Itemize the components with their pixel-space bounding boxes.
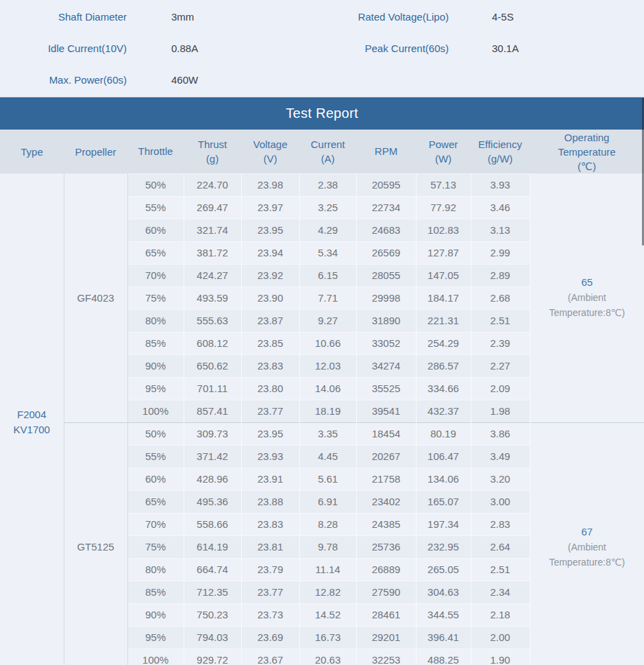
table-cell: 304.63	[416, 581, 471, 603]
table-cell: 90%	[127, 603, 184, 626]
table-cell: 488.25	[416, 649, 471, 665]
table-cell: 232.95	[416, 535, 471, 558]
table-cell: 7.71	[299, 287, 356, 309]
table-cell: 2.51	[471, 309, 530, 332]
table-cell: 5.61	[299, 468, 356, 490]
table-cell: 371.42	[184, 445, 241, 468]
column-header-line: (V)	[241, 152, 299, 166]
table-cell: 65%	[127, 241, 184, 264]
table-cell: 2.51	[471, 558, 530, 581]
table-cell: 80%	[127, 309, 184, 332]
column-header: Voltage(V)	[241, 130, 299, 173]
table-cell: 23.97	[241, 196, 299, 219]
table-cell: 286.57	[416, 354, 471, 377]
table-cell: 3.00	[471, 490, 530, 513]
table-cell: 34274	[356, 354, 416, 377]
table-cell: 2.99	[471, 241, 530, 264]
table-cell: 929.72	[184, 649, 241, 665]
table-cell: 23.77	[241, 581, 299, 603]
column-header: Type	[0, 130, 64, 173]
table-cell: 14.06	[299, 377, 356, 400]
spec-label: Idle Current(10V)	[0, 43, 127, 54]
table-cell: 55%	[127, 445, 184, 468]
table-cell: 614.19	[184, 535, 241, 558]
column-header-line: Throttle	[127, 144, 184, 158]
table-cell: 75%	[127, 535, 184, 558]
test-report-title: Test Report	[0, 97, 644, 130]
table-cell: 23.80	[241, 377, 299, 400]
column-header-line: (W)	[416, 152, 471, 166]
table-cell: 2.38	[299, 173, 356, 196]
table-cell: 396.41	[416, 626, 471, 649]
table-cell: 8.28	[299, 513, 356, 535]
column-header-line: Operating	[530, 130, 644, 145]
table-cell: 23.69	[241, 626, 299, 649]
spec-value: 3mm	[127, 11, 322, 23]
column-header: Power(W)	[416, 130, 471, 173]
table-cell: 77.92	[416, 196, 471, 219]
table-cell: 20267	[356, 445, 416, 468]
column-header-line: Thrust	[184, 137, 241, 152]
table-cell: 2.34	[471, 581, 530, 603]
table-cell: 6.15	[299, 264, 356, 287]
table-cell: 309.73	[184, 422, 241, 445]
table-cell: 27590	[356, 581, 416, 603]
spec-label: Shaft Diameter	[0, 11, 127, 23]
spec-label: Max. Power(60s)	[0, 74, 127, 86]
table-cell: 60%	[127, 468, 184, 490]
column-header-line: (g/W)	[471, 152, 530, 166]
table-cell: 23.91	[241, 468, 299, 490]
spec-row: Idle Current(10V)0.88APeak Current(60s)3…	[0, 32, 644, 64]
column-header-line: Propeller	[64, 145, 127, 159]
spec-value: 30.1A	[449, 43, 644, 54]
table-cell: 424.27	[184, 264, 241, 287]
column-header: Efficiency(g/W)	[471, 130, 530, 173]
table-cell: 65%	[127, 490, 184, 513]
table-cell: 50%	[127, 422, 184, 445]
table-cell: 2.68	[471, 287, 530, 309]
table-cell: 712.35	[184, 581, 241, 603]
table-cell: 90%	[127, 354, 184, 377]
table-cell: 857.41	[184, 400, 241, 422]
table-cell: 5.34	[299, 241, 356, 264]
table-cell: 2.18	[471, 603, 530, 626]
table-cell: 381.72	[184, 241, 241, 264]
table-cell: 650.62	[184, 354, 241, 377]
table-cell: 197.34	[416, 513, 471, 535]
table-cell: 35525	[356, 377, 416, 400]
table-cell: 2.00	[471, 626, 530, 649]
table-cell: 18454	[356, 422, 416, 445]
table-cell: 21758	[356, 468, 416, 490]
table-cell: 31890	[356, 309, 416, 332]
table-cell: 24385	[356, 513, 416, 535]
table-cell: 55%	[127, 196, 184, 219]
table-cell: 321.74	[184, 219, 241, 241]
table-cell: 608.12	[184, 332, 241, 354]
test-report-table: TypePropellerThrottleThrust(g)Voltage(V)…	[0, 130, 644, 665]
table-cell: 23.67	[241, 649, 299, 665]
table-cell: 2.89	[471, 264, 530, 287]
table-cell: 23.81	[241, 535, 299, 558]
table-cell: 60%	[127, 219, 184, 241]
table-cell: 3.13	[471, 219, 530, 241]
column-header: OperatingTemperature(℃)	[530, 130, 644, 173]
table-cell: 39541	[356, 400, 416, 422]
table-cell: 102.83	[416, 219, 471, 241]
table-cell: 3.86	[471, 422, 530, 445]
column-header-line: (g)	[184, 152, 241, 166]
column-header: Current(A)	[299, 130, 356, 173]
table-cell: 184.17	[416, 287, 471, 309]
table-cell: 32253	[356, 649, 416, 665]
temperature-value: 65	[540, 275, 635, 290]
table-cell: 20595	[356, 173, 416, 196]
table-cell: 2.09	[471, 377, 530, 400]
temperature-cell: 65(Ambient Temperature:8℃)	[530, 173, 644, 422]
table-cell: 70%	[127, 513, 184, 535]
table-cell: 95%	[127, 626, 184, 649]
product-spec-page: Shaft Diameter3mmRated Voltage(Lipo)4-5S…	[0, 0, 644, 665]
spec-value: 0.88A	[127, 43, 322, 54]
test-report-section: Test Report TypePropellerThrottleThrust(…	[0, 97, 644, 665]
table-cell: 6.91	[299, 490, 356, 513]
table-cell: 269.47	[184, 196, 241, 219]
column-header: Throttle	[127, 130, 184, 173]
